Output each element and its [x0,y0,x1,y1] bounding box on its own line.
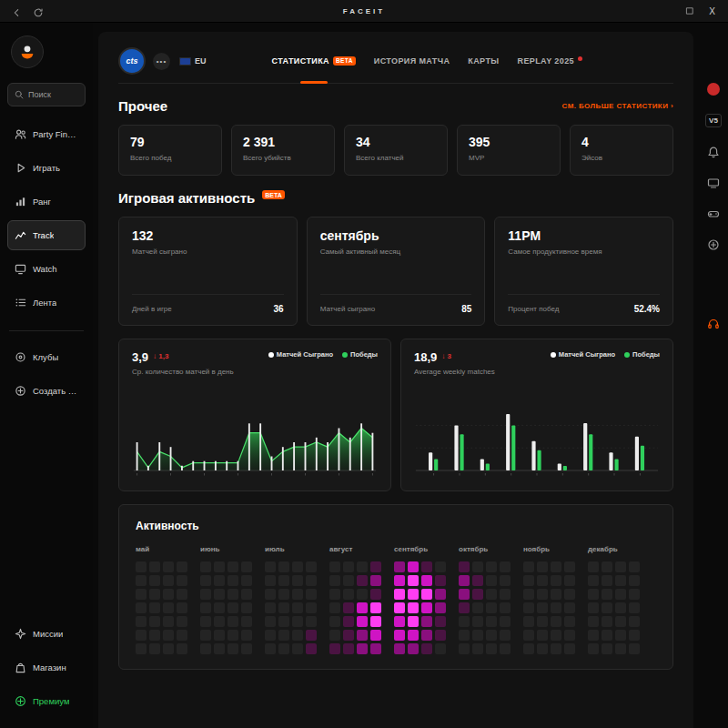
heatmap-cell[interactable] [472,561,483,572]
sidebar-item-party-finder[interactable]: Party Finder [7,119,86,149]
heatmap-cell[interactable] [500,602,511,613]
heatmap-cell[interactable] [343,630,354,641]
heatmap-cell[interactable] [523,630,534,641]
heatmap-cell[interactable] [629,561,640,572]
heatmap-cell[interactable] [472,643,483,654]
heatmap-cell[interactable] [408,575,419,586]
heatmap-cell[interactable] [421,602,432,613]
heatmap-cell[interactable] [278,602,289,613]
heatmap-cell[interactable] [329,602,340,613]
heatmap-cell[interactable] [292,643,303,654]
heatmap-cell[interactable] [177,616,187,627]
sidebar-item-watch[interactable]: Watch [7,254,86,284]
heatmap-cell[interactable] [421,561,432,572]
heatmap-cell[interactable] [357,643,368,654]
heatmap-cell[interactable] [265,616,276,627]
heatmap-cell[interactable] [228,589,238,600]
heatmap-cell[interactable] [163,561,174,572]
heatmap-cell[interactable] [177,575,187,586]
heatmap-cell[interactable] [343,575,354,586]
heatmap-cell[interactable] [306,643,317,654]
maximize-icon[interactable] [685,6,694,15]
heatmap-cell[interactable] [306,630,317,641]
sidebar-item-create-club[interactable]: Создать клуб [7,376,86,406]
heatmap-cell[interactable] [177,630,187,641]
heatmap-cell[interactable] [523,643,534,654]
heatmap-cell[interactable] [343,616,354,627]
heatmap-cell[interactable] [149,630,160,641]
heatmap-cell[interactable] [435,589,446,600]
heatmap-cell[interactable] [551,561,561,572]
app-badge-icon[interactable] [707,83,720,96]
heatmap-cell[interactable] [564,561,575,572]
heatmap-cell[interactable] [265,575,276,586]
heatmap-cell[interactable] [537,643,548,654]
heatmap-cell[interactable] [435,630,446,641]
heatmap-cell[interactable] [228,643,238,654]
heatmap-cell[interactable] [241,616,252,627]
heatmap-cell[interactable] [602,616,612,627]
heatmap-cell[interactable] [278,561,289,572]
more-options-button[interactable]: ••• [153,53,170,70]
heatmap-cell[interactable] [306,616,317,627]
heatmap-cell[interactable] [214,589,225,600]
heatmap-cell[interactable] [408,630,419,641]
heatmap-cell[interactable] [200,616,211,627]
heatmap-cell[interactable] [306,561,317,572]
heatmap-cell[interactable] [629,616,640,627]
heatmap-cell[interactable] [486,561,497,572]
heatmap-cell[interactable] [629,630,640,641]
heatmap-cell[interactable] [241,561,252,572]
heatmap-cell[interactable] [292,561,303,572]
heatmap-cell[interactable] [163,575,174,586]
heatmap-cell[interactable] [629,602,640,613]
heatmap-cell[interactable] [459,561,470,572]
faceit-logo[interactable] [11,35,44,68]
heatmap-cell[interactable] [370,561,381,572]
heatmap-cell[interactable] [459,575,470,586]
heatmap-cell[interactable] [177,561,187,572]
heatmap-cell[interactable] [278,616,289,627]
heatmap-cell[interactable] [588,575,599,586]
heatmap-cell[interactable] [200,589,211,600]
heatmap-cell[interactable] [564,602,575,613]
heatmap-cell[interactable] [370,630,381,641]
heatmap-cell[interactable] [149,643,160,654]
refresh-icon[interactable] [33,5,44,16]
gamepad-icon[interactable] [707,207,720,220]
heatmap-cell[interactable] [265,602,276,613]
heatmap-cell[interactable] [564,630,575,641]
see-more-stats-link[interactable]: СМ. БОЛЬШЕ СТАТИСТИКИ › [562,102,673,110]
sidebar-item-shop[interactable]: Магазин [7,652,86,682]
heatmap-cell[interactable] [551,643,561,654]
heatmap-cell[interactable] [486,602,497,613]
heatmap-cell[interactable] [214,575,225,586]
heatmap-cell[interactable] [343,561,354,572]
back-icon[interactable] [11,5,22,16]
heatmap-cell[interactable] [265,589,276,600]
heatmap-cell[interactable] [136,575,147,586]
heatmap-cell[interactable] [537,589,548,600]
heatmap-cell[interactable] [472,575,483,586]
heatmap-cell[interactable] [177,602,187,613]
heatmap-cell[interactable] [459,589,470,600]
version-label[interactable]: V5 [705,114,722,127]
heatmap-cell[interactable] [136,643,147,654]
heatmap-cell[interactable] [177,589,187,600]
team-avatar[interactable]: cts [118,47,146,75]
screen-icon[interactable] [707,177,720,189]
heatmap-cell[interactable] [370,602,381,613]
heatmap-cell[interactable] [278,589,289,600]
heatmap-cell[interactable] [435,602,446,613]
heatmap-cell[interactable] [357,630,368,641]
heatmap-cell[interactable] [408,602,419,613]
heatmap-cell[interactable] [278,575,289,586]
sidebar-item-rank[interactable]: Ранг [7,187,86,217]
heatmap-cell[interactable] [278,643,289,654]
heatmap-cell[interactable] [564,643,575,654]
heatmap-cell[interactable] [408,643,419,654]
heatmap-cell[interactable] [149,616,160,627]
heatmap-cell[interactable] [523,561,534,572]
heatmap-cell[interactable] [265,561,276,572]
heatmap-cell[interactable] [292,602,303,613]
